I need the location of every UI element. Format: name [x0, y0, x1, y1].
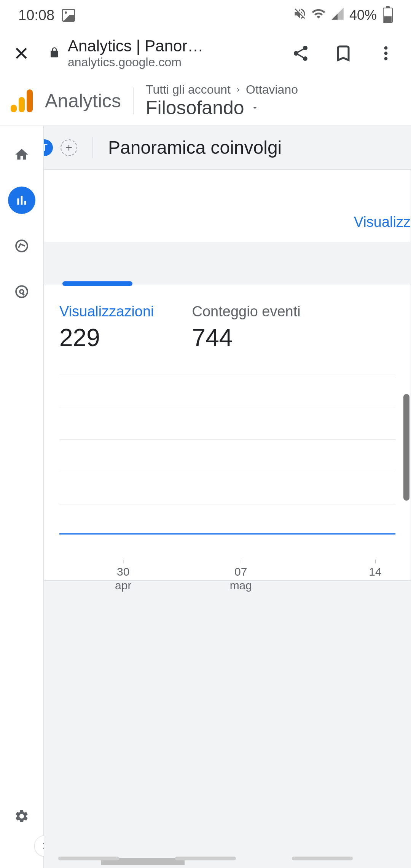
- analytics-header: Analytics Tutti gli account Ottaviano Fi…: [0, 76, 411, 126]
- status-time: 10:08: [18, 7, 54, 24]
- chevron-down-icon: [250, 103, 260, 112]
- breadcrumb-user: Ottaviano: [246, 83, 298, 97]
- x-tick: 30 apr: [115, 565, 131, 592]
- bookmark-button[interactable]: [333, 43, 353, 63]
- metric-views[interactable]: Visualizzazioni 229: [59, 303, 154, 352]
- sidebar: [0, 126, 44, 868]
- metric-label: Conteggio eventi: [192, 303, 301, 320]
- view-link[interactable]: Visualizz: [354, 214, 411, 230]
- x-tick: 14: [369, 565, 381, 579]
- sidebar-item-advertising[interactable]: [8, 278, 35, 305]
- nav-back-button[interactable]: [292, 857, 353, 860]
- more-menu-button[interactable]: [376, 43, 396, 63]
- grid-line: [59, 375, 395, 375]
- picture-icon: [62, 9, 75, 22]
- account-selector[interactable]: Tutti gli account Ottaviano Filosofando: [146, 83, 298, 119]
- line-chart: 30 apr 07 mag 14: [59, 375, 395, 565]
- svg-point-4: [16, 286, 27, 297]
- analytics-logo-icon: [11, 89, 33, 112]
- lock-icon: [49, 46, 60, 61]
- mute-icon: [293, 7, 307, 24]
- sidebar-item-explore[interactable]: [8, 232, 35, 260]
- add-tab-button[interactable]: [61, 139, 77, 156]
- content-area: T Panoramica coinvolgi Visualizz Visuali…: [44, 126, 411, 868]
- svg-point-0: [384, 46, 388, 49]
- metric-events[interactable]: Conteggio eventi 744: [192, 303, 301, 352]
- battery-percent: 40%: [349, 7, 377, 23]
- chart-baseline: [59, 533, 395, 535]
- x-tick: 07 mag: [230, 565, 252, 592]
- divider: [92, 137, 93, 158]
- sidebar-item-home[interactable]: [8, 141, 35, 168]
- card-metrics-chart: Visualizzazioni 229 Conteggio eventi 744…: [44, 284, 411, 581]
- svg-point-2: [384, 57, 388, 60]
- report-title: Panoramica coinvolgi: [108, 137, 282, 158]
- android-nav-bar: [0, 849, 411, 868]
- metric-label: Visualizzazioni: [59, 303, 154, 320]
- page-url: analytics.google.com: [68, 55, 203, 69]
- sidebar-item-settings[interactable]: [8, 803, 35, 830]
- page-title: Analytics | Panor…: [68, 37, 203, 55]
- battery-icon: [383, 8, 393, 23]
- close-button[interactable]: [11, 43, 32, 64]
- nav-recent-button[interactable]: [58, 857, 119, 860]
- grid-line: [59, 504, 395, 504]
- divider: [133, 88, 134, 114]
- grid-line: [59, 472, 395, 472]
- metric-value: 229: [59, 324, 154, 352]
- active-tab-indicator: [62, 281, 132, 286]
- property-name: Filosofando: [146, 97, 244, 119]
- wifi-icon: [311, 6, 326, 24]
- analytics-brand: Analytics: [45, 90, 121, 112]
- svg-point-3: [16, 240, 27, 252]
- nav-home-button[interactable]: [175, 857, 236, 860]
- grid-line: [59, 407, 395, 407]
- browser-bar: Analytics | Panor… analytics.google.com: [0, 30, 411, 76]
- tab-row: T Panoramica coinvolgi: [44, 126, 411, 170]
- card-summary: Visualizz: [44, 170, 411, 242]
- breadcrumb-accounts: Tutti gli account: [146, 83, 231, 97]
- svg-point-1: [384, 51, 388, 55]
- sidebar-item-reports[interactable]: [8, 187, 35, 214]
- metric-value: 744: [192, 324, 301, 352]
- share-button[interactable]: [291, 43, 311, 63]
- scrollbar-thumb[interactable]: [403, 394, 409, 501]
- status-bar: 10:08 40%: [0, 0, 411, 30]
- breadcrumb: Tutti gli account Ottaviano: [146, 83, 298, 97]
- tab-chip[interactable]: T: [44, 139, 53, 156]
- grid-line: [59, 439, 395, 440]
- url-area[interactable]: Analytics | Panor… analytics.google.com: [49, 37, 274, 69]
- signal-icon: [330, 6, 345, 24]
